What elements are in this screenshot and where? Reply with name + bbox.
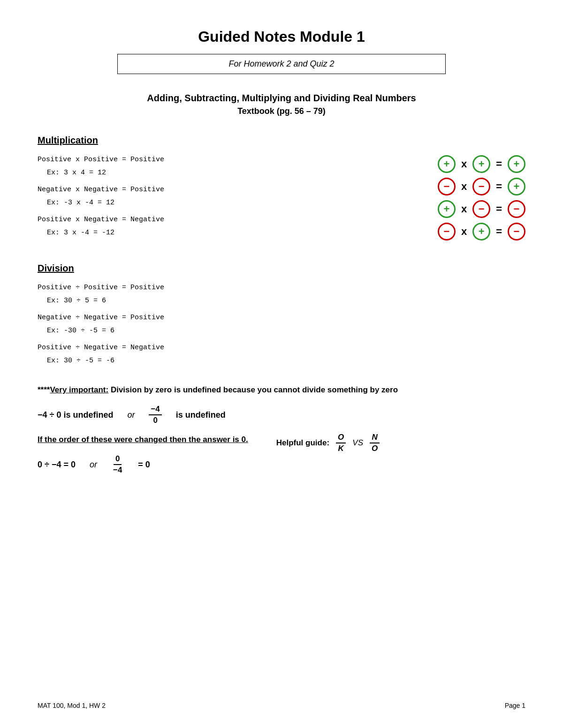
equals-1: = (496, 158, 502, 170)
sign-circle-minus-4: − (438, 223, 456, 240)
mult-example-3: Ex: 3 x -4 = -12 (47, 227, 410, 239)
helpful-frac-2: N O (370, 432, 380, 454)
mult-rules-diagram: Positive x Positive = Positive Ex: 3 x 4… (38, 154, 525, 244)
footer: MAT 100, Mod 1, HW 2 Page 1 (38, 702, 525, 709)
undefined-expr-1: −4 ÷ 0 is undefined or −4 0 is undefined (38, 404, 525, 426)
undefined-fraction-1: −4 0 (149, 404, 161, 426)
main-heading: Adding, Subtracting, Multiplying and Div… (38, 93, 525, 104)
operator-x-1: x (461, 158, 467, 170)
sign-row-4: − x + = − (438, 223, 525, 240)
undefined-label-1: is undefined (176, 410, 226, 420)
zero-expr-text: 0 ÷ −4 = 0 (38, 460, 76, 470)
helpful-frac-1: O K (336, 432, 346, 454)
textbook-ref: Textbook (pg. 56 – 79) (38, 106, 525, 116)
sign-circle-plus-1: + (438, 155, 456, 173)
mult-example-1: Ex: 3 x 4 = 12 (47, 167, 410, 179)
sign-circle-minus-3: − (472, 200, 490, 218)
multiplication-section: Multiplication Positive x Positive = Pos… (38, 135, 525, 244)
helpful-vs: VS (352, 438, 363, 448)
division-section: Division Positive ÷ Positive = Positive … (38, 263, 525, 367)
sign-row-2: − x − = + (438, 178, 525, 195)
equals-2: = (496, 180, 502, 193)
mult-example-2: Ex: -3 x -4 = 12 (47, 197, 410, 209)
undefined-expr-text-1: −4 ÷ 0 is undefined (38, 410, 113, 420)
sign-circle-minus-result-3: − (508, 200, 525, 218)
equals-4: = (496, 225, 502, 238)
helpful-guide: Helpful guide: O K VS N O (276, 432, 380, 454)
div-rule-3: Positive ÷ Negative = Negative (38, 342, 525, 353)
div-rule-2: Negative ÷ Negative = Positive (38, 312, 525, 323)
sign-circle-plus-result-1: + (508, 155, 525, 173)
operator-x-2: x (461, 180, 467, 193)
zero-or-2: or (90, 460, 97, 470)
zero-result: = 0 (138, 460, 150, 470)
order-note: If the order of these were changed then … (38, 435, 248, 444)
division-heading: Division (38, 263, 525, 274)
operator-x-3: x (461, 203, 467, 215)
important-note: ****Very important: Division by zero is … (38, 385, 525, 395)
important-section: ****Very important: Division by zero is … (38, 385, 525, 476)
div-example-3: Ex: 30 ÷ -5 = -6 (47, 355, 525, 367)
sign-row-1: + x + = + (438, 155, 525, 173)
mult-rule-3: Positive x Negative = Negative (38, 214, 410, 225)
mult-rule-2: Negative x Negative = Positive (38, 184, 410, 195)
sign-circle-plus-2: + (472, 155, 490, 173)
multiplication-heading: Multiplication (38, 135, 525, 146)
helpful-label: Helpful guide: (276, 438, 329, 448)
sign-circle-plus-result-2: + (508, 178, 525, 195)
sign-circle-plus-4: + (472, 223, 490, 240)
footer-right: Page 1 (505, 702, 525, 709)
mult-rules-col: Positive x Positive = Positive Ex: 3 x 4… (38, 154, 410, 244)
sign-row-3: + x − = − (438, 200, 525, 218)
sign-circle-minus-1: − (438, 178, 456, 195)
div-example-1: Ex: 30 ÷ 5 = 6 (47, 295, 525, 307)
mult-diagram-col: + x + = + − x − = + + x − = − (438, 154, 525, 240)
zero-fraction: 0 −4 (111, 454, 124, 475)
operator-x-4: x (461, 225, 467, 238)
sign-circle-minus-result-4: − (508, 223, 525, 240)
mult-rule-1: Positive x Positive = Positive (38, 154, 410, 165)
footer-left: MAT 100, Mod 1, HW 2 (38, 702, 106, 709)
div-example-2: Ex: -30 ÷ -5 = 6 (47, 325, 525, 337)
equals-3: = (496, 203, 502, 215)
div-rule-1: Positive ÷ Positive = Positive (38, 282, 525, 293)
undefined-or-1: or (127, 410, 135, 420)
zero-expr: 0 ÷ −4 = 0 or 0 −4 = 0 (38, 454, 525, 475)
sign-circle-minus-2: − (472, 178, 490, 195)
page-title: Guided Notes Module 1 (38, 28, 525, 45)
sign-circle-plus-3: + (438, 200, 456, 218)
order-helpful-row: If the order of these were changed then … (38, 432, 525, 454)
subtitle-box: For Homework 2 and Quiz 2 (117, 54, 446, 74)
